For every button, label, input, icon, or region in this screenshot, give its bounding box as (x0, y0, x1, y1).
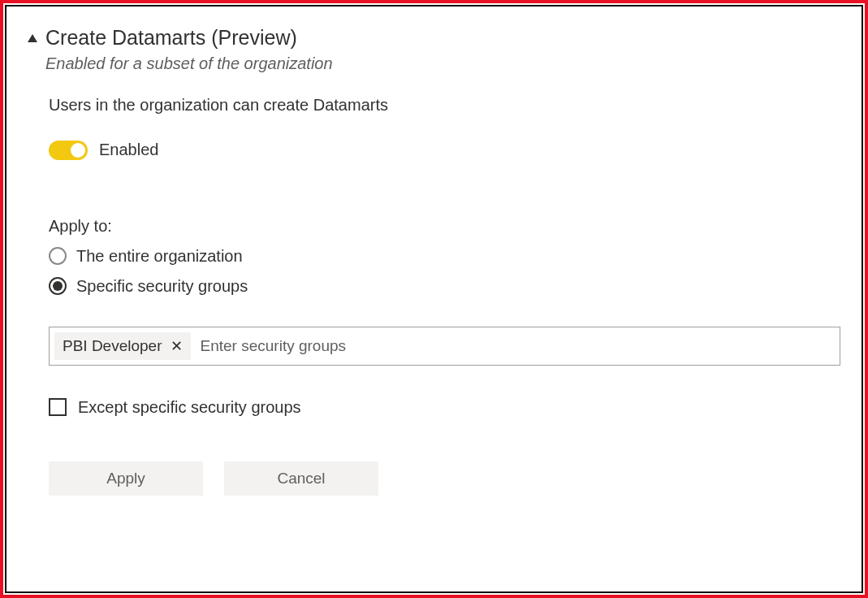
security-group-tag-label: PBI Developer (63, 337, 162, 355)
cancel-button[interactable]: Cancel (224, 462, 378, 496)
action-buttons: Apply Cancel (49, 462, 840, 496)
enable-toggle-row: Enabled (49, 141, 840, 160)
except-groups-checkbox-row[interactable]: Except specific security groups (49, 398, 840, 417)
enable-toggle[interactable] (49, 141, 88, 160)
radio-selected-dot-icon (53, 281, 63, 291)
radio-label: Specific security groups (76, 277, 248, 296)
radio-label: The entire organization (76, 247, 243, 266)
remove-tag-icon[interactable]: ✕ (171, 339, 183, 353)
collapse-caret-icon[interactable] (28, 34, 37, 42)
security-groups-input-container: PBI Developer ✕ (49, 327, 840, 366)
apply-to-label: Apply to: (49, 217, 840, 236)
radio-icon (49, 247, 67, 265)
except-groups-checkbox[interactable] (49, 398, 67, 416)
setting-header: Create Datamarts (Preview) Enabled for a… (28, 24, 840, 73)
security-group-tag: PBI Developer ✕ (54, 332, 191, 360)
setting-description: Users in the organization can create Dat… (49, 96, 840, 115)
except-groups-checkbox-label: Except specific security groups (78, 398, 301, 417)
radio-icon (49, 277, 67, 295)
setting-title: Create Datamarts (Preview) (45, 24, 333, 51)
setting-content: Users in the organization can create Dat… (49, 96, 840, 496)
setting-subtitle: Enabled for a subset of the organization (45, 54, 333, 73)
security-groups-input[interactable] (197, 334, 835, 358)
toggle-knob-icon (71, 143, 85, 158)
apply-button[interactable]: Apply (49, 462, 203, 496)
outer-frame: Create Datamarts (Preview) Enabled for a… (0, 0, 868, 598)
header-text-block: Create Datamarts (Preview) Enabled for a… (45, 24, 333, 73)
settings-panel: Create Datamarts (Preview) Enabled for a… (5, 5, 863, 593)
apply-to-radio-group: The entire organization Specific securit… (49, 247, 840, 296)
radio-specific-security-groups[interactable]: Specific security groups (49, 277, 840, 296)
enable-toggle-label: Enabled (99, 141, 158, 159)
radio-entire-organization[interactable]: The entire organization (49, 247, 840, 266)
